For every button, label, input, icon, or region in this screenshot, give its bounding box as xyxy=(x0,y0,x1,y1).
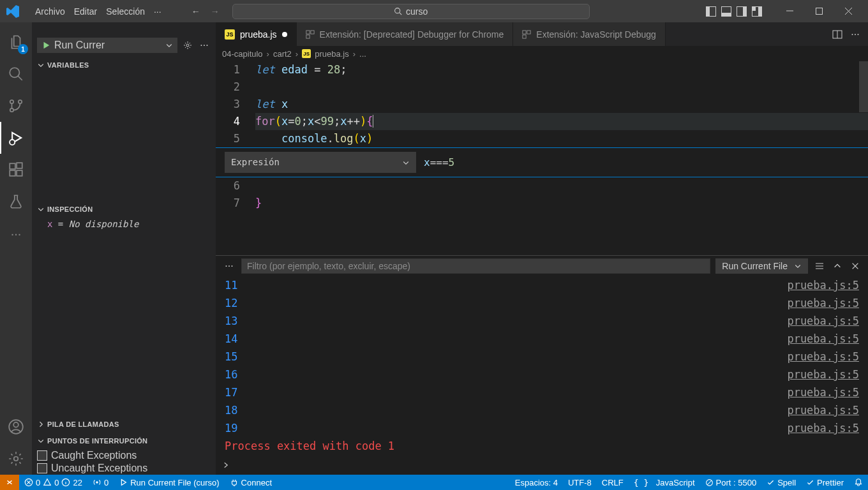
section-watch-label: INSPECCIÓN xyxy=(47,205,93,213)
activity-explorer[interactable]: 1 xyxy=(0,26,32,58)
configure-icon[interactable] xyxy=(181,39,194,52)
status-eol[interactable]: CRLF xyxy=(597,475,629,490)
breadcrumb-item[interactable]: ... xyxy=(359,49,366,59)
menu-file[interactable]: Archivo xyxy=(31,6,70,17)
panel-filter-input[interactable]: Filtro (por ejemplo, texto, excluir, esc… xyxy=(241,258,710,274)
status-encoding[interactable]: UTF-8 xyxy=(563,475,597,490)
more-icon[interactable]: ··· xyxy=(849,28,862,41)
chevron-down-icon xyxy=(165,41,173,49)
activity-overflow[interactable]: ··· xyxy=(0,218,32,249)
breadcrumb-item[interactable]: cart2 xyxy=(273,49,292,59)
status-notifications[interactable] xyxy=(849,475,868,490)
section-breakpoints[interactable]: PUNTOS DE INTERRUPCIÓN xyxy=(32,433,216,449)
source-link[interactable]: prueba.js:5 xyxy=(787,350,859,363)
tab-js-debugger[interactable]: Extensión: JavaScript Debugg xyxy=(513,22,666,46)
svg-point-11 xyxy=(10,140,15,145)
tab-label: Extensión: [Deprecated] Debugger for Chr… xyxy=(320,29,504,40)
breakpoint-caught-checkbox[interactable] xyxy=(37,450,47,461)
layout-left-icon[interactable] xyxy=(706,6,716,17)
breakpoint-uncaught-checkbox[interactable] xyxy=(37,463,47,473)
section-callstack[interactable]: PILA DE LLAMADAS xyxy=(32,416,216,433)
close-panel-icon[interactable] xyxy=(849,260,862,272)
panel-views-icon[interactable]: ··· xyxy=(222,259,236,273)
console-input[interactable] xyxy=(216,456,868,475)
window-minimize-icon[interactable] xyxy=(775,0,804,22)
window-maximize-icon[interactable] xyxy=(804,0,834,22)
source-link[interactable]: prueba.js:5 xyxy=(787,279,859,292)
breakpoint-type-select[interactable]: Expresión xyxy=(225,152,416,173)
source-link[interactable]: prueba.js:5 xyxy=(787,404,859,417)
tab-prueba-js[interactable]: JS prueba.js xyxy=(216,22,297,46)
status-connect[interactable]: Connect xyxy=(225,475,277,490)
section-variables-label: VARIABLES xyxy=(47,61,89,69)
source-link[interactable]: prueba.js:5 xyxy=(787,368,859,381)
breakpoint-uncaught[interactable]: Uncaught Exceptions xyxy=(32,462,216,475)
menu-more-icon[interactable]: ··· xyxy=(149,6,166,17)
nav-forward-icon[interactable]: → xyxy=(208,4,222,19)
status-language[interactable]: { } JavaScript xyxy=(629,475,700,490)
status-indent[interactable]: Espacios: 4 xyxy=(510,475,563,490)
play-icon xyxy=(41,41,50,50)
run-config-select[interactable]: Run Currer xyxy=(37,38,177,53)
activity-debug[interactable] xyxy=(0,122,32,154)
activity-settings[interactable] xyxy=(0,443,32,475)
breadcrumb-item[interactable]: prueba.js xyxy=(315,49,348,59)
section-variables[interactable]: VARIABLES xyxy=(32,57,216,73)
source-link[interactable]: prueba.js:5 xyxy=(787,297,859,309)
layout-right-icon[interactable] xyxy=(737,6,747,17)
section-watch[interactable]: INSPECCIÓN xyxy=(32,201,216,218)
breakpoint-condition-widget[interactable]: Expresión x===5 xyxy=(216,147,868,177)
command-search-value: curso xyxy=(406,6,428,17)
activity-scm[interactable] xyxy=(0,90,32,122)
activity-search[interactable] xyxy=(0,58,32,90)
broadcast-icon xyxy=(93,478,101,487)
more-actions-icon[interactable]: ··· xyxy=(198,39,211,52)
collapse-icon[interactable] xyxy=(831,260,844,272)
code-column[interactable]: let edad = 28; let x for(x=0;x<99;x++){ … xyxy=(255,61,868,147)
source-link[interactable]: prueba.js:5 xyxy=(787,332,859,345)
command-search[interactable]: curso xyxy=(232,4,590,19)
source-link[interactable]: prueba.js:5 xyxy=(787,315,859,327)
window-close-icon[interactable] xyxy=(834,0,863,22)
activity-testing[interactable] xyxy=(0,186,32,218)
layout-custom-icon[interactable] xyxy=(752,6,762,17)
status-run-config[interactable]: Run Current File (curso) xyxy=(114,475,224,490)
clear-console-icon[interactable] xyxy=(813,260,826,272)
chevron-right-icon: › xyxy=(267,49,269,59)
layout-bottom-icon[interactable] xyxy=(721,6,731,17)
menu-selection[interactable]: Selección xyxy=(101,6,149,17)
panel-session-label: Run Current File xyxy=(722,261,788,271)
chevron-down-icon xyxy=(794,262,802,270)
panel-header: ··· Filtro (por ejemplo, texto, excluir,… xyxy=(216,256,868,276)
breadcrumbs[interactable]: 04-capitulo › cart2 › JS prueba.js › ... xyxy=(216,46,868,61)
svg-line-1 xyxy=(400,13,401,15)
breadcrumb-item[interactable]: 04-capitulo xyxy=(222,49,263,59)
breakpoint-condition-input[interactable]: x===5 xyxy=(424,154,454,171)
variables-body xyxy=(32,73,216,201)
source-link[interactable]: prueba.js:5 xyxy=(787,422,859,434)
remote-indicator[interactable] xyxy=(0,475,19,490)
console-row: 17prueba.js:5 xyxy=(216,383,868,401)
tab-debugger-chrome[interactable]: Extensión: [Deprecated] Debugger for Chr… xyxy=(297,22,514,46)
code-editor[interactable]: 1 2 3 4 5 let edad = 28; let x for(x=0;x… xyxy=(216,61,868,255)
status-problems[interactable]: 0 0 22 xyxy=(19,475,87,490)
split-editor-icon[interactable] xyxy=(831,28,844,41)
status-liveserver[interactable]: Port : 5500 xyxy=(700,475,762,490)
status-spell[interactable]: Spell xyxy=(761,475,801,490)
watch-expression[interactable]: x = No disponible xyxy=(47,219,216,229)
section-callstack-label: PILA DE LLAMADAS xyxy=(47,420,119,428)
activity-account[interactable] xyxy=(0,411,32,443)
panel-session-select[interactable]: Run Current File xyxy=(715,258,808,274)
menu-edit[interactable]: Editar xyxy=(70,6,102,17)
chevron-right-icon: › xyxy=(296,49,298,59)
play-bug-icon xyxy=(119,478,128,487)
svg-point-17 xyxy=(13,422,19,427)
status-ports[interactable]: 0 xyxy=(87,475,114,490)
activity-extensions[interactable] xyxy=(0,154,32,186)
console-output[interactable]: 11prueba.js:5 12prueba.js:5 13prueba.js:… xyxy=(216,276,868,456)
nav-back-icon[interactable]: ← xyxy=(189,4,203,19)
status-prettier[interactable]: Prettier xyxy=(801,475,849,490)
breakpoint-caught-label: Caught Exceptions xyxy=(51,450,137,461)
breakpoint-caught[interactable]: Caught Exceptions xyxy=(32,449,216,462)
source-link[interactable]: prueba.js:5 xyxy=(787,386,859,399)
